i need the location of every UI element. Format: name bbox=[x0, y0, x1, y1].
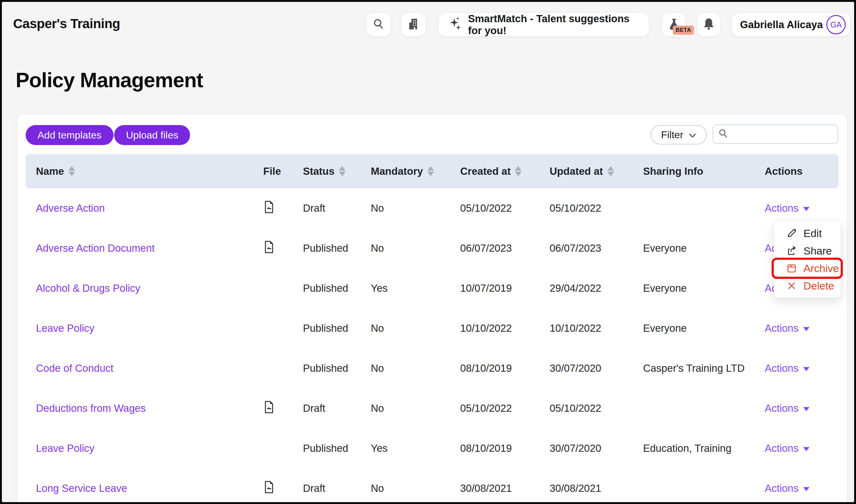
menu-item-label: Delete bbox=[803, 280, 834, 292]
mandatory-cell: Yes bbox=[371, 282, 460, 294]
menu-item-share[interactable]: Share bbox=[774, 242, 840, 259]
column-header-created-at[interactable]: Created at bbox=[460, 165, 550, 177]
file-cell bbox=[263, 481, 303, 496]
table-row: Long Service Leave Draft No 30/08/2021 3… bbox=[25, 468, 838, 504]
created-at-cell: 06/07/2023 bbox=[460, 242, 550, 254]
caret-down-icon bbox=[803, 327, 809, 331]
company-button[interactable] bbox=[401, 13, 426, 36]
menu-item-label: Share bbox=[803, 245, 832, 257]
sharing-info-cell: Everyone bbox=[643, 242, 765, 254]
menu-item-delete[interactable]: Delete bbox=[774, 277, 840, 294]
add-templates-button[interactable]: Add templates bbox=[25, 125, 113, 145]
created-at-cell: 08/10/2019 bbox=[460, 362, 550, 374]
table-row: Code of Conduct Published No 08/10/2019 … bbox=[25, 348, 838, 388]
policy-name-link[interactable]: Code of Conduct bbox=[36, 362, 113, 374]
file-icon bbox=[263, 200, 274, 214]
row-actions-button[interactable]: Actions bbox=[765, 362, 838, 374]
global-search-button[interactable] bbox=[367, 13, 391, 36]
policy-name-link[interactable]: Long Service Leave bbox=[36, 482, 127, 494]
policy-name-link[interactable]: Leave Policy bbox=[36, 443, 94, 454]
policy-name-link[interactable]: Adverse Action Document bbox=[36, 242, 155, 254]
search-icon bbox=[718, 128, 728, 140]
column-header-name[interactable]: Name bbox=[25, 165, 263, 177]
file-cell bbox=[263, 240, 303, 256]
status-cell: Published bbox=[303, 443, 371, 454]
sort-icon[interactable] bbox=[339, 166, 345, 176]
policy-name-link[interactable]: Leave Policy bbox=[36, 322, 94, 334]
table-row: Deductions from Wages Draft No 05/10/202… bbox=[25, 388, 838, 428]
updated-at-cell: 29/04/2022 bbox=[550, 282, 643, 294]
table-row: Adverse Action Draft No 05/10/2022 05/10… bbox=[25, 188, 838, 228]
mandatory-cell: No bbox=[371, 322, 460, 334]
updated-at-cell: 05/10/2022 bbox=[550, 202, 643, 214]
row-actions-button[interactable]: Actions bbox=[765, 322, 838, 334]
table-header-row: NameFileStatusMandatoryCreated atUpdated… bbox=[25, 154, 838, 188]
mandatory-cell: No bbox=[371, 402, 460, 414]
user-name: Gabriella Alicaya bbox=[740, 19, 823, 31]
notifications-button[interactable] bbox=[697, 13, 720, 36]
row-actions-button[interactable]: Actions bbox=[765, 202, 838, 214]
table-row: Alcohol & Drugs Policy Published Yes 10/… bbox=[25, 268, 838, 308]
avatar: GA bbox=[826, 15, 846, 34]
row-actions-button[interactable]: Actions bbox=[765, 482, 838, 494]
caret-down-icon bbox=[803, 367, 809, 371]
search-input[interactable] bbox=[732, 128, 833, 140]
updated-at-cell: 30/07/2020 bbox=[550, 443, 643, 454]
sort-icon[interactable] bbox=[427, 166, 434, 176]
sort-icon[interactable] bbox=[69, 166, 75, 176]
mandatory-cell: No bbox=[371, 362, 460, 374]
updated-at-cell: 10/10/2022 bbox=[550, 322, 643, 334]
mandatory-cell: No bbox=[371, 482, 460, 494]
table-search bbox=[713, 124, 838, 144]
table-row: Adverse Action Document Published No 06/… bbox=[25, 228, 838, 268]
row-actions-button[interactable]: Actions bbox=[765, 402, 838, 414]
file-icon bbox=[263, 240, 274, 254]
share-icon bbox=[786, 246, 797, 256]
file-cell bbox=[263, 400, 303, 416]
status-cell: Published bbox=[303, 242, 371, 254]
mandatory-cell: Yes bbox=[371, 443, 460, 454]
menu-item-edit[interactable]: Edit bbox=[774, 224, 840, 242]
menu-item-archive[interactable]: Archive bbox=[774, 259, 840, 277]
table-row: Leave Policy Published No 10/10/2022 10/… bbox=[25, 308, 838, 348]
sharing-info-cell: Everyone bbox=[643, 282, 765, 294]
smartmatch-label: SmartMatch - Talent suggestions for you! bbox=[468, 13, 639, 37]
created-at-cell: 05/10/2022 bbox=[460, 402, 550, 414]
created-at-cell: 30/08/2021 bbox=[460, 482, 550, 494]
mandatory-cell: No bbox=[371, 242, 460, 254]
smartmatch-banner-button[interactable]: SmartMatch - Talent suggestions for you! bbox=[439, 13, 649, 36]
sparkles-icon bbox=[448, 16, 462, 33]
status-cell: Published bbox=[303, 322, 371, 334]
created-at-cell: 10/07/2019 bbox=[460, 282, 550, 294]
updated-at-cell: 06/07/2023 bbox=[550, 242, 643, 254]
bell-icon bbox=[702, 17, 715, 32]
sharing-info-cell: Everyone bbox=[643, 322, 765, 334]
labs-button[interactable]: BETA bbox=[662, 13, 685, 36]
policy-name-link[interactable]: Adverse Action bbox=[36, 202, 105, 214]
status-cell: Draft bbox=[303, 482, 371, 494]
column-header-updated-at[interactable]: Updated at bbox=[550, 165, 643, 177]
filter-label: Filter bbox=[661, 129, 683, 141]
user-menu-button[interactable]: Gabriella Alicaya GA bbox=[732, 13, 850, 36]
created-at-cell: 05/10/2022 bbox=[460, 202, 550, 214]
beta-badge: BETA bbox=[673, 25, 694, 35]
pencil-icon bbox=[786, 228, 797, 238]
file-icon bbox=[263, 400, 274, 414]
policy-name-link[interactable]: Alcohol & Drugs Policy bbox=[36, 282, 140, 294]
brand-title: Casper's Training bbox=[13, 16, 120, 31]
filter-dropdown-button[interactable]: Filter bbox=[650, 125, 707, 144]
status-cell: Draft bbox=[303, 402, 371, 414]
column-header-status[interactable]: Status bbox=[303, 165, 371, 177]
sort-icon[interactable] bbox=[515, 166, 521, 176]
row-actions-button[interactable]: Actions bbox=[765, 443, 838, 454]
status-cell: Draft bbox=[303, 202, 371, 214]
upload-files-button[interactable]: Upload files bbox=[114, 125, 190, 145]
column-header-mandatory[interactable]: Mandatory bbox=[371, 165, 460, 177]
policy-name-link[interactable]: Deductions from Wages bbox=[36, 402, 146, 414]
sort-icon[interactable] bbox=[607, 166, 614, 176]
table-row: Leave Policy Published Yes 08/10/2019 30… bbox=[25, 428, 838, 468]
column-header-sharing-info: Sharing Info bbox=[643, 165, 765, 177]
menu-item-label: Archive bbox=[803, 262, 839, 274]
page-title: Policy Management bbox=[16, 68, 203, 92]
status-cell: Published bbox=[303, 362, 371, 374]
